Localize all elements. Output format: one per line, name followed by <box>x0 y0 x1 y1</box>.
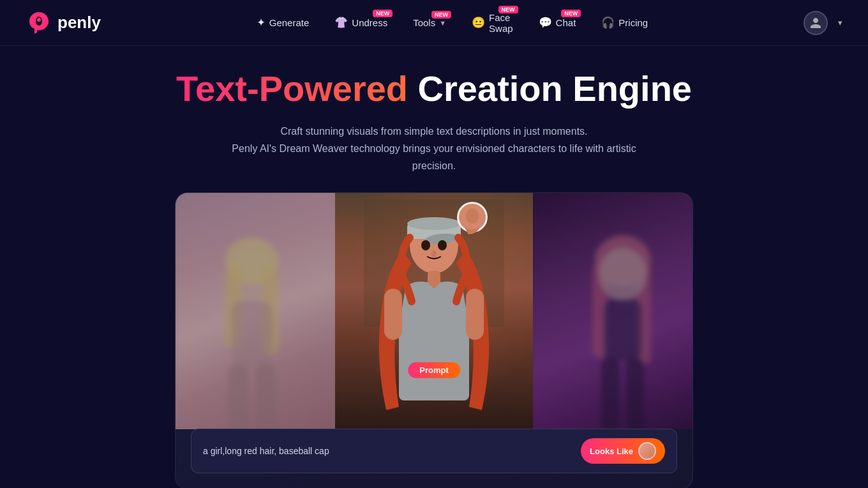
svg-rect-29 <box>601 358 619 430</box>
nav-item-pricing[interactable]: 🎧 Pricing <box>601 16 648 29</box>
svg-rect-20 <box>466 289 484 340</box>
prompt-label: Prompt <box>408 362 460 378</box>
svg-point-1 <box>37 18 41 22</box>
headline-line2-text: Creation Engine <box>418 68 692 109</box>
svg-point-23 <box>466 208 479 224</box>
prompt-bar: a girl,long red hair, baseball cap Looks… <box>191 429 677 473</box>
tools-dropdown-icon: ▼ <box>439 19 446 27</box>
nav-label-chat: Chat <box>556 17 576 28</box>
nav-label-undress: Undress <box>352 17 387 28</box>
user-icon <box>809 17 822 29</box>
undress-icon: 👚 <box>334 16 348 29</box>
nav-links: ✦ Generate 👚 Undress New Tools ▼ New 😐 F… <box>257 12 648 34</box>
face-swap-icon: 😐 <box>472 16 485 29</box>
girl-figure-svg <box>364 199 504 429</box>
nav-item-face-swap[interactable]: 😐 FaceSwap New <box>472 12 513 34</box>
demo-card: Prompt <box>175 192 693 488</box>
logo[interactable]: penly <box>26 10 101 36</box>
page-headline: Text-Powered Creation Engine <box>176 69 692 109</box>
svg-point-15 <box>421 240 430 250</box>
nav-item-generate[interactable]: ✦ Generate <box>257 16 310 29</box>
prompt-input-text[interactable]: a girl,long red hair, baseball cap <box>203 446 581 456</box>
right-figure-svg <box>556 227 690 429</box>
nav-item-undress[interactable]: 👚 Undress New <box>334 16 387 29</box>
looks-like-label: Looks Like <box>590 446 633 456</box>
subtext-line1: Craft stunning visuals from simple text … <box>280 126 587 137</box>
demo-image-center: Prompt <box>335 193 533 429</box>
svg-rect-19 <box>384 289 402 340</box>
nav-label-generate: Generate <box>269 17 310 28</box>
face-swap-new-badge: New <box>498 6 518 13</box>
svg-point-13 <box>407 217 461 230</box>
main-content: Text-Powered Creation Engine Craft stunn… <box>0 46 868 488</box>
demo-image-right <box>529 193 692 429</box>
undress-new-badge: New <box>373 10 393 17</box>
svg-rect-28 <box>604 300 641 360</box>
chat-new-badge: New <box>561 10 581 17</box>
nav-item-tools[interactable]: Tools ▼ New <box>413 17 446 28</box>
svg-rect-6 <box>232 301 272 368</box>
svg-rect-30 <box>626 358 644 430</box>
looks-like-button[interactable]: Looks Like <box>581 438 665 464</box>
user-menu-chevron[interactable]: ▾ <box>838 18 842 27</box>
looks-like-face-thumb <box>638 442 656 460</box>
user-avatar-button[interactable] <box>804 11 828 35</box>
generate-icon: ✦ <box>257 16 266 29</box>
headline-line1: Text-Powered <box>176 68 408 109</box>
demo-image-left <box>176 193 339 429</box>
nav-label-tools: Tools <box>413 17 435 28</box>
subtext-line2: Penly AI's Dream Weaver technology bring… <box>232 143 636 171</box>
chat-icon: 💬 <box>539 16 552 29</box>
nav-right: ▾ <box>804 11 842 35</box>
left-figure-svg <box>185 227 319 429</box>
nav-label-face-swap: FaceSwap <box>489 12 513 34</box>
tools-new-badge: New <box>431 11 451 19</box>
navbar: penly ✦ Generate 👚 Undress New Tools ▼ N… <box>0 0 868 46</box>
hero-subtext: Craft stunning visuals from simple text … <box>211 123 657 175</box>
svg-rect-7 <box>228 365 249 429</box>
svg-rect-8 <box>255 365 276 429</box>
nav-item-chat[interactable]: 💬 Chat New <box>539 16 576 29</box>
nav-label-pricing: Pricing <box>618 17 648 28</box>
svg-point-27 <box>599 247 647 301</box>
demo-images: Prompt <box>176 193 692 429</box>
svg-point-16 <box>438 240 447 250</box>
pricing-icon: 🎧 <box>601 16 615 29</box>
logo-text: penly <box>57 13 101 33</box>
